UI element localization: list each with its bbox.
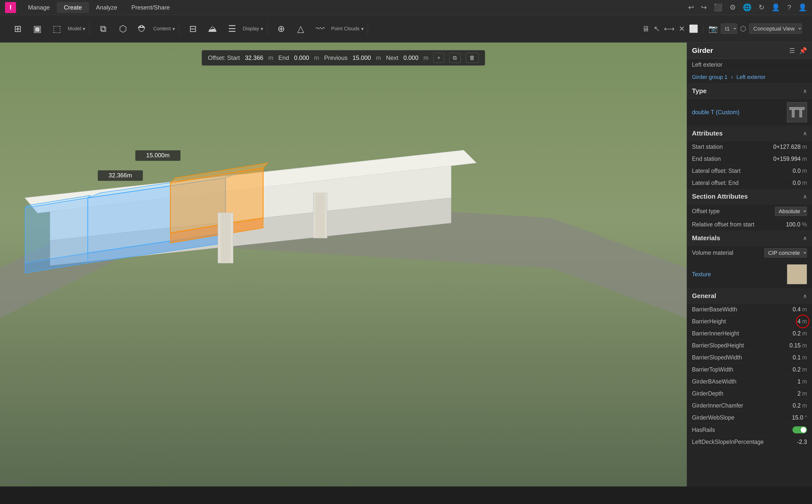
help-icon[interactable]: ? xyxy=(787,4,791,12)
offset-copy-button[interactable]: ⧉ xyxy=(449,53,461,63)
prop-end-station: End station 0+159.994m xyxy=(687,153,812,165)
girder-depth-label: GirderDepth xyxy=(692,390,797,397)
undo-icon[interactable]: ↩ xyxy=(688,3,694,12)
display-icon: ⊟ xyxy=(189,24,197,34)
type-value[interactable]: double T (Custom) xyxy=(692,109,740,116)
hamburger-icon[interactable]: ☰ xyxy=(789,47,795,55)
left-deck-slope-label: LeftDeckSlopeInPercentage xyxy=(692,439,797,445)
pointclouds-dropdown[interactable]: Point Clouds ▾ xyxy=(331,26,363,32)
menu-icons: ↩ ↪ ⬛ ⚙ 🌐 ↻ 👤 ? 👤 xyxy=(688,3,807,12)
svg-rect-23 xyxy=(315,193,325,238)
measure-icon[interactable]: ⟷ xyxy=(664,24,675,33)
toolbar-btn-view[interactable]: ▣ xyxy=(29,22,46,36)
offset-prev-value: 15.000 xyxy=(352,54,371,61)
monitor-icon[interactable]: 🖥 xyxy=(642,25,650,33)
breadcrumb-arrow: › xyxy=(731,74,733,80)
toolbar-btn-terrain[interactable]: ⛰ xyxy=(204,22,221,36)
toolbar-btn-points1[interactable]: ⊕ xyxy=(272,22,290,36)
has-rails-toggle[interactable] xyxy=(792,426,807,433)
toolbar-btn-layers[interactable]: ⧉ xyxy=(94,22,112,36)
prop-relative-offset-label: Relative offset from start xyxy=(692,221,786,228)
section-attributes-title: Attributes xyxy=(692,130,723,137)
menu-manage[interactable]: Manage xyxy=(21,2,57,13)
prop-lateral-offset-start: Lateral offset: Start 0.0m xyxy=(687,165,812,177)
view-selector[interactable]: t1 xyxy=(721,24,737,34)
redo-icon[interactable]: ↪ xyxy=(701,3,707,12)
section-general[interactable]: General ∧ xyxy=(687,289,812,304)
prop-has-rails: HasRails xyxy=(687,424,812,436)
toolbar-btn-cube[interactable]: ⬡ xyxy=(114,22,132,36)
tools-icon[interactable]: ✕ xyxy=(679,24,685,33)
svg-text:32.366m: 32.366m xyxy=(108,172,132,179)
section-attributes-header-title: Section Attributes xyxy=(692,193,748,200)
offset-prev-label: Previous xyxy=(324,54,347,61)
offset-start-unit: m xyxy=(268,54,273,61)
volume-material-dropdown[interactable]: CIP concrete xyxy=(764,248,807,258)
section-type[interactable]: Type ∧ xyxy=(687,84,812,99)
toolbar-group-pointclouds: ⊕ △ 〰 Point Clouds ▾ xyxy=(268,22,368,36)
helmet-icon: ⛑ xyxy=(138,24,147,34)
brush-icon: 〰 xyxy=(316,24,325,34)
model-dropdown[interactable]: Model ▾ xyxy=(68,26,85,32)
cursor2-icon[interactable]: ↖ xyxy=(654,24,660,33)
type-chevron-icon: ∧ xyxy=(803,88,807,94)
svg-rect-21 xyxy=(220,213,230,263)
pin-icon[interactable]: 📌 xyxy=(799,47,807,55)
barrier-sloped-height-value: 0.15m xyxy=(789,342,807,349)
viewport[interactable]: 15.000m 32.366m Offset: Start 32.366 m E… xyxy=(0,43,687,486)
view-cube-icon[interactable]: ⬛ xyxy=(714,3,723,12)
texture-link[interactable]: Texture xyxy=(692,271,711,278)
prop-lateral-end-value: 0.0m xyxy=(793,180,807,186)
content-dropdown[interactable]: Content ▾ xyxy=(153,26,175,32)
model-label: Model xyxy=(68,26,81,32)
menu-analyze[interactable]: Analyze xyxy=(89,2,124,13)
toolbar-group-model: ⊞ ▣ ⬚ Model ▾ xyxy=(5,22,89,36)
toolbar-btn-helmet[interactable]: ⛑ xyxy=(134,22,151,36)
toolbar-btn-display[interactable]: ⊟ xyxy=(184,22,202,36)
toolbar-btn-grid[interactable]: ⊞ xyxy=(9,22,27,36)
offset-add-button[interactable]: + xyxy=(434,53,444,63)
toolbar-btn-points2[interactable]: △ xyxy=(292,22,309,36)
refresh-icon[interactable]: ↻ xyxy=(759,3,764,12)
properties-panel: Girder ☰ 📌 Left exterior Girder group 1 … xyxy=(687,43,812,486)
account-icon[interactable]: 👤 xyxy=(798,3,807,12)
main-toolbar: ⊞ ▣ ⬚ Model ▾ ⧉ ⬡ ⛑ Content ▾ ⊟ xyxy=(0,15,812,43)
app-logo: I xyxy=(5,2,16,13)
offset-delete-button[interactable]: 🗑 xyxy=(466,53,479,63)
prop-volume-material-label: Volume material xyxy=(692,249,764,256)
section-general-title: General xyxy=(692,292,716,300)
display-dropdown[interactable]: Display ▾ xyxy=(243,26,263,32)
toolbar-btn-brush[interactable]: 〰 xyxy=(311,22,329,36)
prop-relative-offset-value: 100.0% xyxy=(786,221,807,228)
display-mode-selector[interactable]: Conceptual View xyxy=(749,24,802,34)
offset-next-unit: m xyxy=(424,54,429,61)
content-chevron-icon: ▾ xyxy=(172,26,175,32)
viewport-background: 15.000m 32.366m xyxy=(0,43,687,486)
toolbar-btn-list[interactable]: ☰ xyxy=(223,22,241,36)
svg-marker-10 xyxy=(25,198,88,263)
section-attributes-chevron-icon: ∧ xyxy=(803,193,807,200)
prop-barrier-top-width: BarrierTopWidth 0.2m xyxy=(687,364,812,376)
menu-create[interactable]: Create xyxy=(57,2,89,13)
offset-next-label: Next xyxy=(386,54,398,61)
menu-present-share[interactable]: Present/Share xyxy=(124,2,177,13)
toolbar-btn-cursor[interactable]: ⬚ xyxy=(48,22,66,36)
section-attributes[interactable]: Attributes ∧ xyxy=(687,126,812,141)
svg-rect-26 xyxy=(799,110,802,117)
barrier-sloped-width-value: 0.1m xyxy=(793,354,807,361)
barrier-height-value[interactable]: 4m xyxy=(797,318,807,325)
settings-icon[interactable]: ⚙ xyxy=(730,3,736,12)
pointclouds-label: Point Clouds xyxy=(331,26,359,32)
offset-end-value: 0.000 xyxy=(294,54,309,61)
frame-icon[interactable]: ⬜ xyxy=(689,24,698,33)
texture-preview xyxy=(787,264,807,284)
offset-type-dropdown[interactable]: Absolute xyxy=(775,207,807,216)
breadcrumb-group[interactable]: Girder group 1 xyxy=(692,74,728,80)
camera-icon[interactable]: 📷 xyxy=(709,24,718,33)
section-section-attributes[interactable]: Section Attributes ∧ xyxy=(687,189,812,204)
prop-barrier-inner-height: BarrierInnerHeight 0.2m xyxy=(687,328,812,340)
prop-barrier-height: BarrierHeight 4m xyxy=(687,316,812,328)
user-icon[interactable]: 👤 xyxy=(771,3,780,12)
globe-icon[interactable]: 🌐 xyxy=(743,3,752,12)
section-materials[interactable]: Materials ∧ xyxy=(687,231,812,246)
